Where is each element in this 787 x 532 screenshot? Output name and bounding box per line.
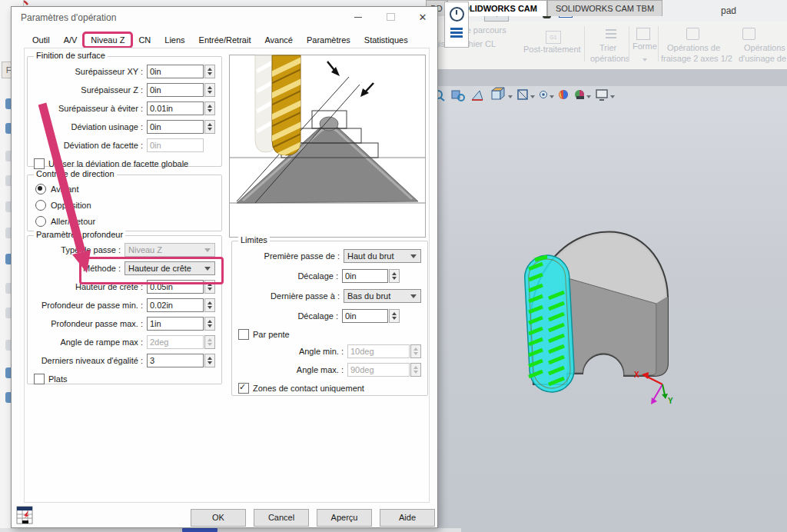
tab-outil[interactable]: Outil xyxy=(25,33,57,47)
ribbon-post-traitement[interactable]: Post-traitement xyxy=(523,45,581,54)
facette-globale-checkbox[interactable] xyxy=(34,158,45,169)
spinner[interactable] xyxy=(204,120,215,134)
stacked-bars-icon[interactable] xyxy=(450,28,463,38)
par-pente-checkbox[interactable] xyxy=(238,329,249,340)
appearances-icon[interactable] xyxy=(559,90,568,99)
spinner xyxy=(410,344,421,358)
milling-ops-icon xyxy=(686,28,699,40)
premiere-passe-combo[interactable]: Haut du brut xyxy=(344,249,421,263)
tab-avance[interactable]: Avancé xyxy=(257,33,300,47)
radio-label: Avalant xyxy=(51,185,79,194)
spinner[interactable] xyxy=(389,309,400,323)
ribbon-op2[interactable]: Opérations xyxy=(744,43,785,52)
surepaisseur-z-input[interactable]: 0in xyxy=(147,83,204,97)
3d-model[interactable]: X Y xyxy=(492,221,711,417)
tab-cn[interactable]: CN xyxy=(131,33,158,47)
field-label: Surépaisseur à éviter : xyxy=(32,104,147,113)
dropdown-icon[interactable] xyxy=(586,95,591,98)
spinner xyxy=(410,363,421,377)
field-label: Dernière passe à : xyxy=(237,291,344,301)
radio-avalant[interactable] xyxy=(35,184,46,195)
derniere-passe-combo[interactable]: Bas du brut xyxy=(344,289,421,303)
field-label: Angle min. : xyxy=(237,347,347,356)
angle-rampe-input: 2deg xyxy=(147,335,204,349)
field-label: Profondeur passe max. : xyxy=(32,319,147,328)
spreadsheet-export-icon[interactable] xyxy=(16,505,36,525)
angle-max-input: 90deg xyxy=(347,363,410,377)
group-title: Contrôle de direction xyxy=(34,169,117,178)
deviation-usinage-input[interactable]: 0in xyxy=(147,120,204,134)
field-label: Première passe de : xyxy=(237,251,344,261)
ribbon-forme[interactable]: Forme xyxy=(633,42,657,51)
type-de-passe-combo: Niveau Z xyxy=(125,243,215,257)
ribbon-op2-2: d'usinage de tr xyxy=(739,54,787,63)
hole-ops-icon xyxy=(742,28,755,40)
view-orientation-icon[interactable] xyxy=(492,88,504,99)
scene-icon[interactable] xyxy=(575,90,584,99)
ribbon-op1-2: fraisage 2 axes 1/2 xyxy=(661,54,732,63)
group-title: Finition de surface xyxy=(34,51,108,60)
close-icon[interactable]: ✕ xyxy=(410,7,436,27)
plats-checkbox[interactable] xyxy=(34,374,45,384)
tab-niveau-z[interactable]: Niveau Z xyxy=(84,33,131,47)
methode-highlight-box xyxy=(79,257,224,284)
aide-button[interactable]: Aide xyxy=(380,509,435,527)
axis-x-label: X xyxy=(634,371,639,379)
field-label: Profondeur de passe min. : xyxy=(32,301,147,310)
underlying-window-sliver xyxy=(0,528,461,532)
surepaisseur-eviter-input[interactable]: 0.01in xyxy=(147,101,204,115)
group-finition-de-surface: Finition de surface Surépaisseur XY : 0i… xyxy=(27,56,222,167)
tab-av[interactable]: A/V xyxy=(57,33,85,47)
spinner[interactable] xyxy=(204,298,215,312)
group-limites: Limites Première passe de : Haut du brut… xyxy=(231,241,428,396)
dropdown-icon[interactable] xyxy=(550,95,554,98)
field-label: Angle de rampe max : xyxy=(32,337,147,347)
ribbon-separator xyxy=(629,26,629,62)
tab-statistiques[interactable]: Statistiques xyxy=(357,33,415,47)
forme-dropdown-icon[interactable] xyxy=(643,58,647,62)
section-view-icon[interactable] xyxy=(472,91,483,100)
document-title: pad xyxy=(721,5,736,16)
display-style-icon[interactable] xyxy=(518,90,527,99)
rebuild-clock-icon[interactable] xyxy=(450,7,464,22)
dropdown-icon[interactable] xyxy=(610,95,615,98)
radio-opposition[interactable] xyxy=(35,200,46,211)
hide-show-icon[interactable] xyxy=(540,91,547,98)
spinner[interactable] xyxy=(204,317,215,331)
profondeur-min-input[interactable]: 0.02in xyxy=(147,298,204,312)
tab-parametres[interactable]: Paramètres xyxy=(300,33,357,47)
spinner[interactable] xyxy=(204,65,215,78)
ok-button[interactable]: OK xyxy=(191,509,246,527)
underlying-arrow-fragment xyxy=(182,528,218,532)
zoom-area-icon[interactable] xyxy=(452,91,464,101)
dialog-tabs: Outil A/V Niveau Z CN Liens Entrée/Retra… xyxy=(25,33,415,47)
ribbon-op1[interactable]: Opérations de xyxy=(667,43,720,52)
tab-entree-retrait[interactable]: Entrée/Retrait xyxy=(192,33,258,47)
tab-liens[interactable]: Liens xyxy=(158,33,191,47)
derniers-niveaux-input[interactable]: 3 xyxy=(147,354,204,367)
field-label: Derniers niveaux d'égalité : xyxy=(32,356,147,365)
zones-contact-checkbox[interactable] xyxy=(238,383,249,394)
spinner[interactable] xyxy=(204,354,215,367)
spinner[interactable] xyxy=(389,269,400,283)
spinner[interactable] xyxy=(204,101,215,115)
dialog-title: Paramètres d'opération xyxy=(21,12,116,23)
dropdown-icon[interactable] xyxy=(530,95,535,98)
ribbon-trier-2: opérations xyxy=(590,54,629,63)
profondeur-max-input[interactable]: 1in xyxy=(147,317,204,331)
minimize-icon[interactable] xyxy=(345,7,371,27)
decalage-1-input[interactable]: 0in xyxy=(342,269,388,283)
apercu-button[interactable]: Aperçu xyxy=(317,509,372,527)
tab-solidworks-cam-tbm[interactable]: SOLIDWORKS CAM TBM xyxy=(547,0,662,16)
cancel-button[interactable]: Cancel xyxy=(254,509,309,527)
dropdown-icon[interactable] xyxy=(508,95,513,98)
radio-aller-retour[interactable] xyxy=(35,216,46,227)
ribbon-trier[interactable]: Trier xyxy=(599,43,616,52)
view-settings-icon[interactable] xyxy=(596,90,607,100)
spinner[interactable] xyxy=(204,83,215,97)
decalage-2-input[interactable]: 0in xyxy=(342,309,388,323)
surepaisseur-xy-input[interactable]: 0in xyxy=(147,65,204,78)
axis-y-label: Y xyxy=(668,397,673,405)
maximize-icon[interactable] xyxy=(377,7,403,27)
post-process-icon: G1 xyxy=(546,31,561,44)
